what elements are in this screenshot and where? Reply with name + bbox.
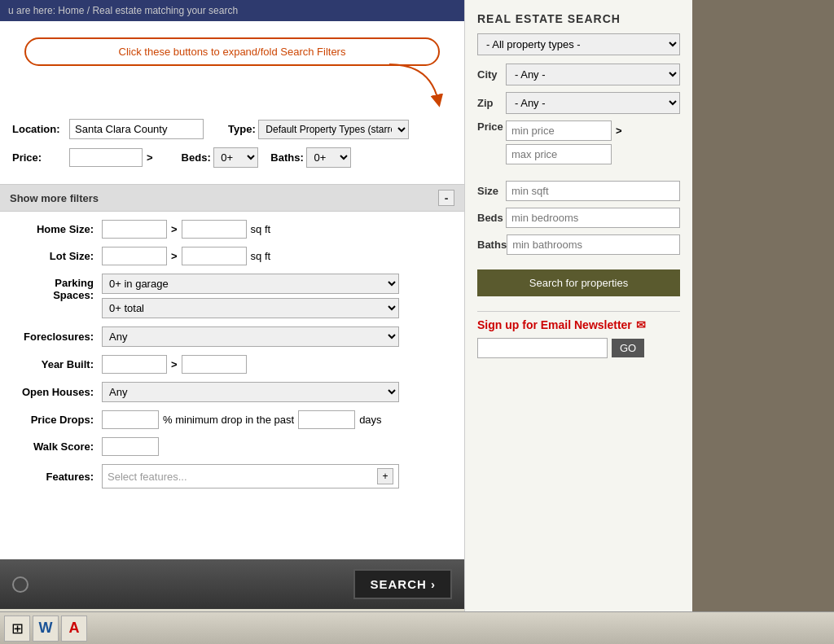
newsletter-email-input[interactable] xyxy=(477,338,608,358)
taskbar: ⊞ W A xyxy=(0,611,834,644)
search-button[interactable]: SEARCH › xyxy=(353,569,452,599)
year-built-label: Year Built: xyxy=(12,358,94,370)
radio-button[interactable] xyxy=(12,576,29,593)
re-baths-label: Baths xyxy=(477,239,507,251)
type-select[interactable]: Default Property Types (starre xyxy=(258,120,409,139)
year-built-max-input[interactable] xyxy=(182,355,247,374)
features-toggle-button[interactable]: + xyxy=(377,468,393,484)
price-min-input[interactable] xyxy=(69,148,143,167)
parking-group: 0+ in garage 0+ total xyxy=(102,274,399,318)
annotation-bubble: Click these buttons to expand/fold Searc… xyxy=(24,37,440,66)
city-select[interactable]: - Any - xyxy=(506,64,680,85)
parking-garage-select[interactable]: 0+ in garage xyxy=(102,274,399,294)
toggle-filters-button[interactable]: - xyxy=(438,190,454,206)
baths-label: Baths: xyxy=(270,151,303,164)
baths-select[interactable]: 0+ xyxy=(306,147,351,168)
walk-score-input[interactable] xyxy=(102,437,159,456)
lot-size-unit: sq ft xyxy=(251,250,271,262)
re-size-input[interactable] xyxy=(506,181,680,201)
city-label: City xyxy=(477,68,506,81)
zip-label: Zip xyxy=(477,97,506,109)
taskbar-icon-acrobat[interactable]: A xyxy=(61,616,87,642)
email-row: GO xyxy=(477,338,680,358)
price-drops-days-input[interactable] xyxy=(298,410,355,429)
location-label: Location: xyxy=(12,123,69,135)
newsletter-title: Sign up for Email Newsletter ✉ xyxy=(477,318,680,331)
re-search-title: REAL ESTATE SEARCH xyxy=(477,12,680,25)
features-select[interactable]: Select features... + xyxy=(102,464,399,488)
side-background xyxy=(692,0,834,644)
parking-total-select[interactable]: 0+ total xyxy=(102,298,399,318)
type-label: Type: xyxy=(228,123,256,135)
walk-score-label: Walk Score: xyxy=(12,440,94,453)
price-drops-end-text: days xyxy=(359,414,381,426)
zip-select[interactable]: - Any - xyxy=(506,92,680,114)
open-houses-select[interactable]: Any xyxy=(102,382,399,402)
features-label: Features: xyxy=(12,471,94,483)
re-price-min-input[interactable] xyxy=(506,120,612,141)
search-bar-bottom: SEARCH › xyxy=(0,559,464,609)
foreclosures-label: Foreclosures: xyxy=(12,331,94,343)
divider xyxy=(477,311,680,312)
price-drops-mid-text: % minimum drop in the past xyxy=(163,414,294,426)
open-houses-label: Open Houses: xyxy=(12,386,94,398)
lot-size-label: Lot Size: xyxy=(12,250,94,262)
home-size-max-input[interactable] xyxy=(182,220,247,239)
beds-select[interactable]: 0+ xyxy=(213,147,258,168)
lot-size-min-input[interactable] xyxy=(102,247,167,265)
lot-size-max-input[interactable] xyxy=(182,247,247,265)
re-price-label: Price xyxy=(477,120,506,133)
parking-label: ParkingSpaces: xyxy=(12,274,94,301)
price-drops-label: Price Drops: xyxy=(12,414,94,426)
features-placeholder: Select features... xyxy=(108,471,377,483)
breadcrumb: u are here: Home / Real estate matching … xyxy=(0,0,464,21)
right-panel: REAL ESTATE SEARCH - All property types … xyxy=(464,0,692,644)
taskbar-icon-word[interactable]: W xyxy=(33,616,59,642)
property-type-select[interactable]: - All property types - xyxy=(477,33,680,55)
annotation-arrow xyxy=(373,60,454,109)
newsletter-go-button[interactable]: GO xyxy=(612,339,644,357)
year-built-min-input[interactable] xyxy=(102,355,167,374)
show-more-bar[interactable]: Show more filters - xyxy=(0,184,464,212)
re-baths-input[interactable] xyxy=(507,234,680,255)
re-beds-label: Beds xyxy=(477,212,506,224)
re-price-max-input[interactable] xyxy=(506,144,612,164)
taskbar-icon-windows[interactable]: ⊞ xyxy=(4,616,30,642)
search-properties-button[interactable]: Search for properties xyxy=(477,269,680,296)
foreclosures-select[interactable]: Any xyxy=(102,326,399,347)
re-size-label: Size xyxy=(477,185,506,197)
location-input[interactable] xyxy=(69,119,204,139)
re-beds-input[interactable] xyxy=(506,208,680,228)
home-size-unit: sq ft xyxy=(251,223,271,235)
price-label: Price: xyxy=(12,151,69,164)
home-size-min-input[interactable] xyxy=(102,220,167,239)
beds-label: Beds: xyxy=(182,151,211,164)
price-drops-percent-input[interactable] xyxy=(102,410,159,429)
home-size-label: Home Size: xyxy=(12,223,94,235)
email-icon: ✉ xyxy=(636,318,646,331)
